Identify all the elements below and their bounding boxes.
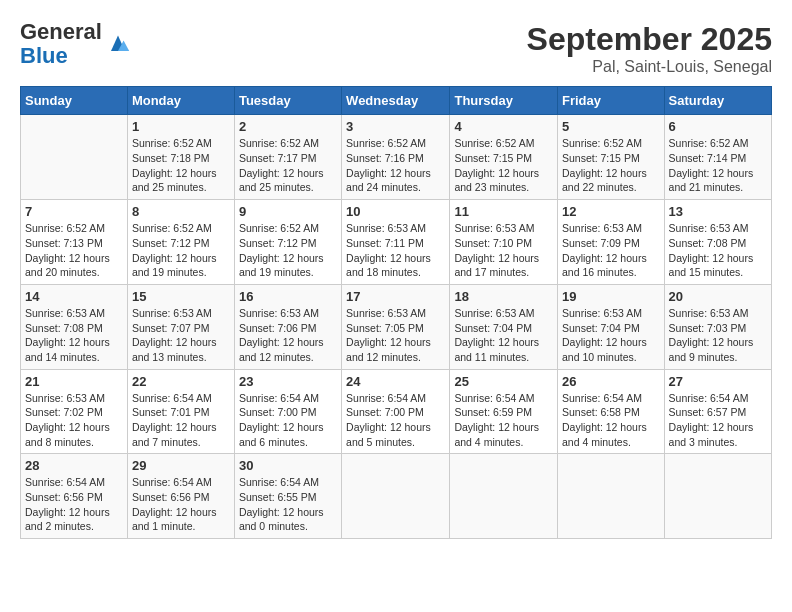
- day-number: 7: [25, 204, 123, 219]
- day-number: 23: [239, 374, 337, 389]
- day-number: 13: [669, 204, 767, 219]
- day-number: 20: [669, 289, 767, 304]
- day-number: 8: [132, 204, 230, 219]
- day-info: Sunrise: 6:54 AM Sunset: 7:00 PM Dayligh…: [239, 391, 337, 450]
- col-header-thursday: Thursday: [450, 87, 558, 115]
- day-info: Sunrise: 6:54 AM Sunset: 6:59 PM Dayligh…: [454, 391, 553, 450]
- calendar-cell: 20Sunrise: 6:53 AM Sunset: 7:03 PM Dayli…: [664, 284, 771, 369]
- day-info: Sunrise: 6:53 AM Sunset: 7:11 PM Dayligh…: [346, 221, 445, 280]
- calendar-cell: 3Sunrise: 6:52 AM Sunset: 7:16 PM Daylig…: [342, 115, 450, 200]
- day-info: Sunrise: 6:53 AM Sunset: 7:05 PM Dayligh…: [346, 306, 445, 365]
- calendar-cell: 17Sunrise: 6:53 AM Sunset: 7:05 PM Dayli…: [342, 284, 450, 369]
- day-info: Sunrise: 6:53 AM Sunset: 7:08 PM Dayligh…: [25, 306, 123, 365]
- day-info: Sunrise: 6:52 AM Sunset: 7:13 PM Dayligh…: [25, 221, 123, 280]
- day-number: 19: [562, 289, 660, 304]
- day-info: Sunrise: 6:52 AM Sunset: 7:18 PM Dayligh…: [132, 136, 230, 195]
- calendar-cell: 4Sunrise: 6:52 AM Sunset: 7:15 PM Daylig…: [450, 115, 558, 200]
- day-number: 11: [454, 204, 553, 219]
- day-info: Sunrise: 6:52 AM Sunset: 7:12 PM Dayligh…: [132, 221, 230, 280]
- day-number: 4: [454, 119, 553, 134]
- day-info: Sunrise: 6:53 AM Sunset: 7:09 PM Dayligh…: [562, 221, 660, 280]
- day-info: Sunrise: 6:52 AM Sunset: 7:15 PM Dayligh…: [562, 136, 660, 195]
- page-subtitle: Pal, Saint-Louis, Senegal: [527, 58, 772, 76]
- day-number: 6: [669, 119, 767, 134]
- calendar-cell: 6Sunrise: 6:52 AM Sunset: 7:14 PM Daylig…: [664, 115, 771, 200]
- page-title: September 2025: [527, 20, 772, 58]
- calendar-cell: 15Sunrise: 6:53 AM Sunset: 7:07 PM Dayli…: [127, 284, 234, 369]
- day-info: Sunrise: 6:52 AM Sunset: 7:14 PM Dayligh…: [669, 136, 767, 195]
- col-header-friday: Friday: [558, 87, 665, 115]
- day-number: 14: [25, 289, 123, 304]
- day-info: Sunrise: 6:52 AM Sunset: 7:12 PM Dayligh…: [239, 221, 337, 280]
- calendar-table: SundayMondayTuesdayWednesdayThursdayFrid…: [20, 86, 772, 539]
- day-number: 21: [25, 374, 123, 389]
- calendar-cell: 16Sunrise: 6:53 AM Sunset: 7:06 PM Dayli…: [234, 284, 341, 369]
- calendar-cell: 10Sunrise: 6:53 AM Sunset: 7:11 PM Dayli…: [342, 200, 450, 285]
- day-number: 24: [346, 374, 445, 389]
- day-number: 18: [454, 289, 553, 304]
- day-info: Sunrise: 6:54 AM Sunset: 7:01 PM Dayligh…: [132, 391, 230, 450]
- day-info: Sunrise: 6:53 AM Sunset: 7:03 PM Dayligh…: [669, 306, 767, 365]
- day-info: Sunrise: 6:53 AM Sunset: 7:02 PM Dayligh…: [25, 391, 123, 450]
- logo-general: General: [20, 20, 102, 44]
- calendar-cell: 12Sunrise: 6:53 AM Sunset: 7:09 PM Dayli…: [558, 200, 665, 285]
- col-header-wednesday: Wednesday: [342, 87, 450, 115]
- day-info: Sunrise: 6:54 AM Sunset: 6:58 PM Dayligh…: [562, 391, 660, 450]
- title-block: September 2025 Pal, Saint-Louis, Senegal: [527, 20, 772, 76]
- day-info: Sunrise: 6:53 AM Sunset: 7:04 PM Dayligh…: [454, 306, 553, 365]
- calendar-cell: [664, 454, 771, 539]
- day-number: 27: [669, 374, 767, 389]
- col-header-tuesday: Tuesday: [234, 87, 341, 115]
- day-info: Sunrise: 6:54 AM Sunset: 6:56 PM Dayligh…: [25, 475, 123, 534]
- calendar-cell: 30Sunrise: 6:54 AM Sunset: 6:55 PM Dayli…: [234, 454, 341, 539]
- logo-icon: [104, 30, 132, 58]
- day-info: Sunrise: 6:53 AM Sunset: 7:07 PM Dayligh…: [132, 306, 230, 365]
- col-header-monday: Monday: [127, 87, 234, 115]
- day-number: 29: [132, 458, 230, 473]
- calendar-cell: 24Sunrise: 6:54 AM Sunset: 7:00 PM Dayli…: [342, 369, 450, 454]
- day-number: 9: [239, 204, 337, 219]
- calendar-cell: 23Sunrise: 6:54 AM Sunset: 7:00 PM Dayli…: [234, 369, 341, 454]
- col-header-sunday: Sunday: [21, 87, 128, 115]
- day-number: 3: [346, 119, 445, 134]
- day-number: 2: [239, 119, 337, 134]
- calendar-cell: 7Sunrise: 6:52 AM Sunset: 7:13 PM Daylig…: [21, 200, 128, 285]
- calendar-cell: [342, 454, 450, 539]
- calendar-cell: 29Sunrise: 6:54 AM Sunset: 6:56 PM Dayli…: [127, 454, 234, 539]
- calendar-cell: 18Sunrise: 6:53 AM Sunset: 7:04 PM Dayli…: [450, 284, 558, 369]
- calendar-cell: [558, 454, 665, 539]
- day-number: 30: [239, 458, 337, 473]
- calendar-cell: 1Sunrise: 6:52 AM Sunset: 7:18 PM Daylig…: [127, 115, 234, 200]
- calendar-cell: 19Sunrise: 6:53 AM Sunset: 7:04 PM Dayli…: [558, 284, 665, 369]
- day-number: 28: [25, 458, 123, 473]
- day-info: Sunrise: 6:52 AM Sunset: 7:15 PM Dayligh…: [454, 136, 553, 195]
- day-info: Sunrise: 6:54 AM Sunset: 7:00 PM Dayligh…: [346, 391, 445, 450]
- calendar-cell: 11Sunrise: 6:53 AM Sunset: 7:10 PM Dayli…: [450, 200, 558, 285]
- calendar-cell: 2Sunrise: 6:52 AM Sunset: 7:17 PM Daylig…: [234, 115, 341, 200]
- day-info: Sunrise: 6:54 AM Sunset: 6:57 PM Dayligh…: [669, 391, 767, 450]
- day-info: Sunrise: 6:54 AM Sunset: 6:56 PM Dayligh…: [132, 475, 230, 534]
- day-info: Sunrise: 6:54 AM Sunset: 6:55 PM Dayligh…: [239, 475, 337, 534]
- day-number: 16: [239, 289, 337, 304]
- logo: General Blue: [20, 20, 132, 68]
- calendar-cell: 8Sunrise: 6:52 AM Sunset: 7:12 PM Daylig…: [127, 200, 234, 285]
- calendar-cell: 26Sunrise: 6:54 AM Sunset: 6:58 PM Dayli…: [558, 369, 665, 454]
- day-info: Sunrise: 6:53 AM Sunset: 7:04 PM Dayligh…: [562, 306, 660, 365]
- calendar-cell: 5Sunrise: 6:52 AM Sunset: 7:15 PM Daylig…: [558, 115, 665, 200]
- day-number: 25: [454, 374, 553, 389]
- calendar-cell: [450, 454, 558, 539]
- calendar-cell: 28Sunrise: 6:54 AM Sunset: 6:56 PM Dayli…: [21, 454, 128, 539]
- day-number: 26: [562, 374, 660, 389]
- day-info: Sunrise: 6:52 AM Sunset: 7:17 PM Dayligh…: [239, 136, 337, 195]
- day-number: 17: [346, 289, 445, 304]
- day-number: 15: [132, 289, 230, 304]
- page-header: General Blue September 2025 Pal, Saint-L…: [20, 20, 772, 76]
- day-number: 22: [132, 374, 230, 389]
- calendar-cell: 9Sunrise: 6:52 AM Sunset: 7:12 PM Daylig…: [234, 200, 341, 285]
- calendar-cell: [21, 115, 128, 200]
- logo-blue: Blue: [20, 44, 102, 68]
- day-number: 1: [132, 119, 230, 134]
- calendar-cell: 21Sunrise: 6:53 AM Sunset: 7:02 PM Dayli…: [21, 369, 128, 454]
- calendar-cell: 14Sunrise: 6:53 AM Sunset: 7:08 PM Dayli…: [21, 284, 128, 369]
- day-number: 5: [562, 119, 660, 134]
